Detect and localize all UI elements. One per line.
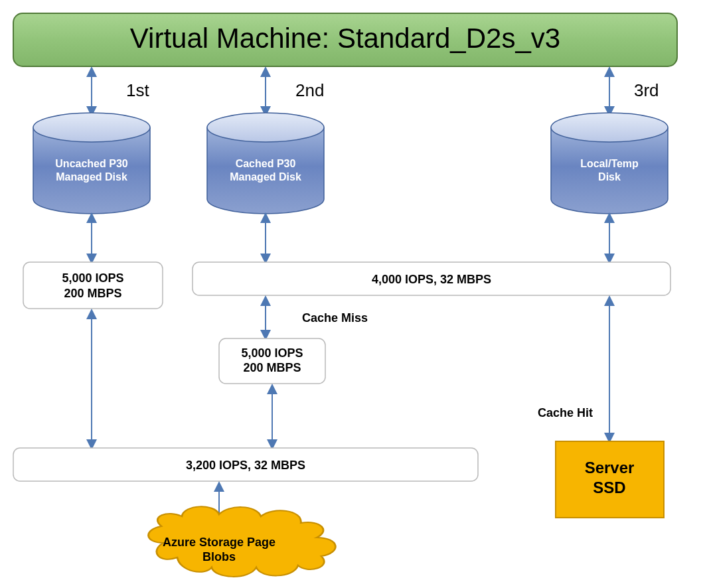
vm-title: Virtual Machine: Standard_D2s_v3	[130, 23, 560, 54]
server-ssd-box: Server SSD	[556, 441, 664, 518]
svg-rect-4	[23, 262, 163, 309]
svg-point-2	[207, 113, 324, 142]
vm-cap-cached-text: 4,000 IOPS, 32 MBPS	[372, 273, 491, 286]
vm-cap-cached-box: 4,000 IOPS, 32 MBPS	[193, 262, 670, 295]
vm-cap-uncached-box: 3,200 IOPS, 32 MBPS	[13, 448, 478, 481]
uncached-cap-box: 5,000 IOPS 200 MBPS	[23, 262, 163, 309]
local-disk-icon: Local/Temp Disk	[551, 113, 668, 214]
vm-cap-uncached-text: 3,200 IOPS, 32 MBPS	[186, 459, 305, 472]
cached-cap-box: 5,000 IOPS 200 MBPS	[219, 338, 325, 384]
server-ssd-2: SSD	[593, 478, 625, 496]
local-disk-label-2: Disk	[598, 171, 621, 183]
svg-point-1	[33, 113, 150, 142]
azure-storage-cloud: Azure Storage Page Blobs	[149, 506, 336, 577]
label-2nd: 2nd	[295, 80, 324, 100]
local-disk-label-1: Local/Temp	[580, 158, 639, 169]
cache-miss-label: Cache Miss	[302, 311, 368, 325]
uncached-disk-label-1: Uncached P30	[55, 158, 127, 169]
svg-point-3	[551, 113, 668, 142]
cached-cap-2: 200 MBPS	[243, 361, 301, 374]
cached-disk-label-2: Managed Disk	[230, 171, 301, 183]
label-1st: 1st	[126, 80, 149, 100]
uncached-disk-icon: Uncached P30 Managed Disk	[33, 113, 150, 214]
cached-disk-label-1: Cached P30	[236, 158, 296, 169]
uncached-cap-2: 200 MBPS	[64, 287, 121, 300]
storage-label-1: Azure Storage Page	[163, 536, 275, 549]
cache-hit-label: Cache Hit	[538, 406, 593, 419]
storage-label-2: Blobs	[202, 550, 236, 563]
label-3rd: 3rd	[634, 80, 659, 100]
cached-cap-1: 5,000 IOPS	[241, 346, 303, 360]
cached-disk-icon: Cached P30 Managed Disk	[207, 113, 324, 214]
uncached-cap-1: 5,000 IOPS	[62, 271, 123, 285]
uncached-disk-label-2: Managed Disk	[56, 171, 127, 183]
vm-box: Virtual Machine: Standard_D2s_v3	[13, 13, 677, 66]
server-ssd-1: Server	[585, 459, 635, 477]
